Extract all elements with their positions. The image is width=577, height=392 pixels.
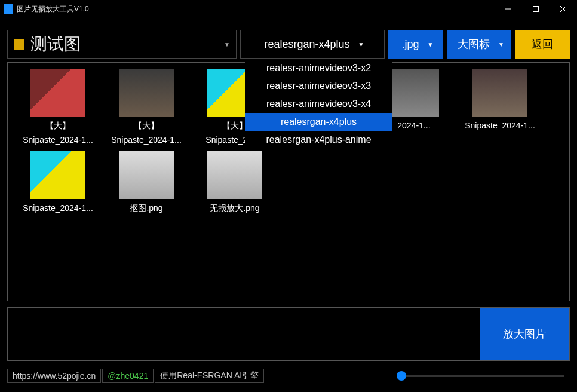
extension-dropdown[interactable]: .jpg ▼ (388, 30, 443, 59)
chevron-down-icon: ▼ (428, 41, 434, 48)
model-option[interactable]: realesr-animevideov3-x4 (245, 95, 392, 113)
toolbar: 测试图 ▼ realesrgan-x4plus ▼ .jpg ▼ 大图标 ▼ 返… (7, 30, 570, 59)
file-item[interactable]: 抠图.png (102, 151, 191, 213)
model-option[interactable]: realesrgan-x4plus (245, 113, 392, 131)
minimize-button[interactable] (495, 0, 522, 18)
model-selected-label: realesrgan-x4plus (265, 38, 350, 51)
enlarge-button[interactable]: 放大图片 (480, 308, 569, 360)
file-item[interactable]: Snipaste_2024-1... (14, 151, 102, 213)
model-dropdown[interactable]: realesrgan-x4plus ▼ (240, 30, 385, 59)
folder-icon (14, 39, 24, 50)
zoom-slider-knob[interactable] (397, 371, 406, 381)
file-prefix-label: 【大】 (222, 120, 247, 131)
file-thumbnail (30, 151, 85, 199)
statusbar: https://www.52pojie.cn @zhe0421 使用Real-E… (7, 368, 570, 384)
view-dropdown[interactable]: 大图标 ▼ (447, 30, 511, 59)
maximize-button[interactable] (522, 0, 550, 18)
folder-path-dropdown[interactable]: 测试图 ▼ (7, 30, 237, 59)
app-icon (4, 4, 13, 14)
folder-path-text: 测试图 (30, 33, 224, 56)
chevron-down-icon: ▼ (358, 41, 364, 48)
file-name-label: Snipaste_2024-1... (23, 203, 93, 213)
file-thumbnail (119, 151, 174, 199)
titlebar: 图片无损放大工具V1.0 (0, 0, 577, 18)
zoom-slider[interactable] (397, 375, 564, 377)
file-name-label: Snipaste_2024-1... (23, 134, 93, 145)
close-button[interactable] (550, 0, 577, 18)
chevron-down-icon: ▼ (498, 41, 504, 48)
extension-selected-label: .jpg (402, 38, 419, 51)
view-selected-label: 大图标 (458, 37, 490, 51)
file-name-label: 无损放大.png (210, 203, 259, 213)
file-item[interactable]: 无损放大.png (191, 151, 279, 213)
file-item[interactable]: Snipaste_2024-1... (456, 69, 544, 145)
file-thumbnail (472, 69, 527, 117)
file-item[interactable]: 【大】Snipaste_2024-1... (14, 69, 102, 145)
file-thumbnail (119, 69, 174, 117)
model-option[interactable]: realesrgan-x4plus-anime (245, 131, 392, 149)
model-option[interactable]: realesr-animevideov3-x2 (245, 59, 392, 77)
chevron-down-icon: ▼ (224, 41, 230, 48)
status-url[interactable]: https://www.52pojie.cn (7, 369, 101, 383)
status-engine: 使用Real-ESRGAN AI引擎 (155, 369, 264, 383)
file-prefix-label: 【大】 (45, 120, 70, 131)
back-button-label: 返回 (532, 37, 553, 51)
file-name-label: _2024-1... (392, 120, 430, 131)
file-name-label: Snipaste_2024-1... (111, 134, 182, 145)
app-title: 图片无损放大工具V1.0 (17, 4, 89, 14)
action-panel: 放大图片 (7, 307, 570, 361)
model-dropdown-menu: realesr-animevideov3-x2realesr-animevide… (245, 59, 392, 149)
back-button[interactable]: 返回 (515, 30, 570, 59)
model-option[interactable]: realesr-animevideov3-x3 (245, 77, 392, 95)
status-author: @zhe0421 (102, 369, 154, 383)
file-name-label: Snipaste_2024-1... (465, 120, 535, 131)
file-thumbnail (207, 151, 262, 199)
file-thumbnail (30, 69, 85, 117)
file-prefix-label: 【大】 (134, 120, 159, 131)
enlarge-button-label: 放大图片 (503, 327, 546, 341)
file-name-label: 抠图.png (130, 203, 162, 213)
log-area (8, 308, 480, 360)
svg-rect-1 (533, 7, 539, 12)
file-item[interactable]: 【大】Snipaste_2024-1... (102, 69, 191, 145)
